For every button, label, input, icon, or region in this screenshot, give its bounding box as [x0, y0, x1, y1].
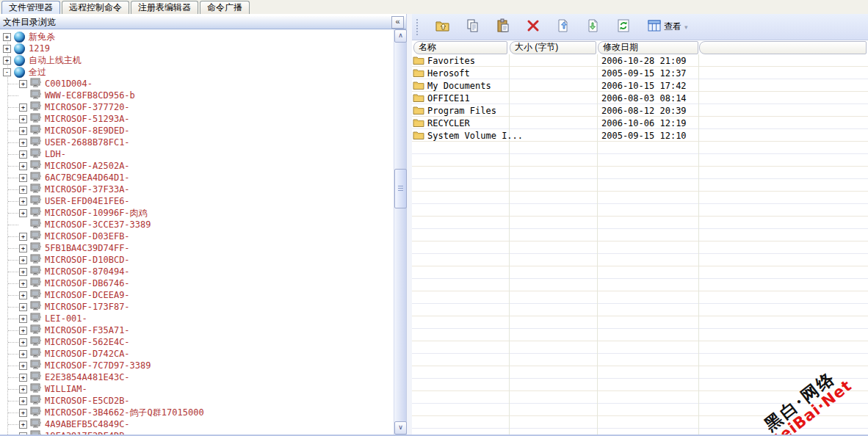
file-row[interactable]: System Volume I... 2005-09-15 12:10 — [412, 129, 868, 142]
scroll-down-button[interactable]: ∨ — [394, 421, 407, 435]
tree-toggle-box[interactable]: + — [19, 80, 27, 88]
tree-group-row[interactable]: + 新免杀 — [0, 31, 394, 43]
tree-toggle-box[interactable]: + — [19, 315, 27, 323]
file-row[interactable]: My Documents 2006-10-15 17:42 — [412, 79, 868, 92]
tree-scrollbar[interactable]: ∧ ∨ — [394, 29, 406, 435]
copy-button[interactable] — [464, 18, 482, 36]
tree-toggle-box[interactable]: + — [19, 397, 27, 405]
tree-toggle-box[interactable]: + — [19, 350, 27, 358]
tree-host-row[interactable]: + MICROSOF-DB6746- — [0, 277, 394, 289]
tree-toggle-box[interactable]: + — [19, 174, 27, 182]
tree-group-row[interactable]: + 1219 — [0, 43, 394, 54]
computer-icon — [30, 371, 42, 384]
tree-host-row[interactable]: + MICROSOF-8E9DED- — [0, 125, 394, 137]
delete-button[interactable] — [524, 18, 542, 36]
tree-host-row[interactable]: + USER-EFD04E1FE6- — [0, 195, 394, 207]
upload-button[interactable] — [554, 18, 572, 36]
tree-host-row[interactable]: + MICROSOF-37F33A- — [0, 184, 394, 195]
tree-host-row[interactable]: + LDH- — [0, 148, 394, 160]
tree-host-row[interactable]: + C001D004- — [0, 78, 394, 90]
tree-host-row[interactable]: + MICROSOF-A2502A- — [0, 160, 394, 172]
tree-host-row[interactable]: + MICROSOF-D742CA- — [0, 348, 394, 360]
tree-host-row[interactable]: + MICROSOF-173F87- — [0, 301, 394, 313]
tree-host-row[interactable]: + 4A9ABEFB5C4849C- — [0, 418, 394, 430]
download-button[interactable] — [585, 18, 602, 36]
column-header-size[interactable]: 大小 (字节) — [510, 41, 596, 54]
tree-toggle-box[interactable]: + — [19, 103, 27, 112]
column-header-modified[interactable]: 修改日期 — [598, 41, 698, 54]
tree-toggle-box[interactable]: + — [19, 197, 27, 206]
tab-remote-control-commands[interactable]: 远程控制命令 — [62, 1, 129, 14]
tree-group-row[interactable]: - 全过 — [0, 66, 394, 78]
tree-toggle-box[interactable]: + — [3, 57, 11, 65]
tree-host-row[interactable]: + E2E3854A481E43C- — [0, 371, 394, 383]
tree-toggle-box[interactable]: + — [19, 385, 27, 393]
tree-toggle-box[interactable]: + — [19, 186, 27, 194]
tree-host-row[interactable]: + MICROSOF-562E4C- — [0, 336, 394, 348]
tab-command-broadcast[interactable]: 命令广播 — [200, 1, 250, 14]
scroll-up-button[interactable]: ∧ — [394, 29, 407, 43]
tree-toggle-box[interactable]: + — [19, 280, 27, 288]
tree-host-row[interactable]: + MICROSOF-3B4662-鸽子Q群17015000 — [0, 407, 394, 418]
tree-host-row[interactable]: + MICROSOF-DCEEA9- — [0, 289, 394, 301]
tree-toggle-box[interactable]: + — [3, 45, 11, 53]
tree-toggle-box[interactable]: + — [19, 268, 27, 276]
tree-toggle-box[interactable]: + — [19, 409, 27, 417]
tree-host-row[interactable]: + 6AC7BC9EA4D64D1- — [0, 172, 394, 184]
file-row[interactable]: RECYCLER 2006-10-06 12:19 — [412, 117, 868, 129]
tab-file-manager[interactable]: 文件管理器 — [1, 1, 60, 14]
tree-toggle-box[interactable]: - — [3, 68, 11, 76]
tree-toggle-box[interactable]: + — [19, 256, 27, 264]
tree-toggle-box[interactable]: + — [19, 139, 27, 147]
tree-toggle-box[interactable]: + — [3, 33, 11, 41]
tree-host-row[interactable]: + WILLIAM- — [0, 383, 394, 395]
column-header-name[interactable]: 名称 — [413, 41, 507, 54]
tree-host-row[interactable]: + MICROSOF-D10BCD- — [0, 254, 394, 266]
computer-icon — [30, 301, 42, 313]
tree-host-row[interactable]: + MICROSOF-D03EFB- — [0, 230, 394, 242]
collapse-panel-button[interactable]: « — [391, 16, 404, 29]
panel-splitter[interactable] — [407, 14, 412, 435]
tree-host-row[interactable]: + WWW-EC8FB8CD956-b — [0, 90, 394, 101]
globe-icon — [14, 55, 25, 66]
tree-toggle-box[interactable]: + — [19, 362, 27, 370]
tree-toggle-box[interactable]: + — [19, 150, 27, 159]
toolbar-grip[interactable] — [416, 19, 420, 35]
tree-host-row[interactable]: + MICROSOF-10996F-肉鸡 — [0, 207, 394, 219]
tree-host-row[interactable]: + MICROSOF-F35A71- — [0, 324, 394, 336]
tree-toggle-box[interactable]: + — [19, 115, 27, 123]
tree-toggle-box[interactable]: + — [19, 327, 27, 335]
tree-toggle-box[interactable]: + — [19, 374, 27, 382]
file-row[interactable]: OFFICE11 2006-08-03 08:14 — [412, 92, 868, 104]
tree-host-row[interactable]: + MICROSOF-51293A- — [0, 113, 394, 125]
tree-toggle-box[interactable]: + — [19, 244, 27, 252]
tree-host-row[interactable]: + MICROSOF-377720- — [0, 101, 394, 113]
tree-host-row[interactable]: + LEI-001- — [0, 313, 394, 324]
view-button[interactable]: 查看 ▾ — [645, 18, 691, 36]
file-row[interactable]: Program Files 2006-08-12 20:39 — [412, 104, 868, 117]
tree-toggle-box[interactable]: + — [19, 338, 27, 346]
tree-host-row[interactable]: + MICROSOF-3CCE37-3389 — [0, 219, 394, 230]
tree-toggle-box[interactable]: + — [19, 421, 27, 429]
view-dropdown-arrow-icon[interactable]: ▾ — [684, 23, 688, 31]
tree-host-row[interactable]: + USER-2688B78FC1- — [0, 137, 394, 148]
scrollbar-thumb[interactable] — [394, 169, 407, 208]
tree-toggle-box[interactable]: + — [19, 291, 27, 299]
tree-toggle-box[interactable]: + — [19, 162, 27, 170]
tree-toggle-box[interactable]: + — [19, 303, 27, 311]
tab-registry-editor[interactable]: 注册表编辑器 — [131, 1, 198, 14]
tree-host-row[interactable]: + MICROSOF-7C7D97-3389 — [0, 360, 394, 371]
tree-host-row[interactable]: + MICROSOF-E5CD2B- — [0, 395, 394, 407]
tree-group-row[interactable]: + 自动上线主机 — [0, 54, 394, 66]
paste-button[interactable] — [494, 18, 512, 36]
tree-toggle-box[interactable]: + — [19, 127, 27, 135]
up-folder-button[interactable] — [434, 18, 452, 36]
column-header-extra[interactable] — [699, 41, 867, 54]
file-row[interactable]: Herosoft 2005-09-15 12:37 — [412, 67, 868, 79]
tree-host-row[interactable]: + MICROSOF-870494- — [0, 266, 394, 277]
tree-host-row[interactable]: + 5FB1BA4C39D74FF- — [0, 242, 394, 254]
tree-toggle-box[interactable]: + — [19, 209, 27, 217]
tree-toggle-box[interactable]: + — [19, 233, 27, 241]
refresh-button[interactable] — [615, 18, 632, 36]
file-row[interactable]: Favorites 2006-10-28 21:09 — [412, 54, 868, 67]
